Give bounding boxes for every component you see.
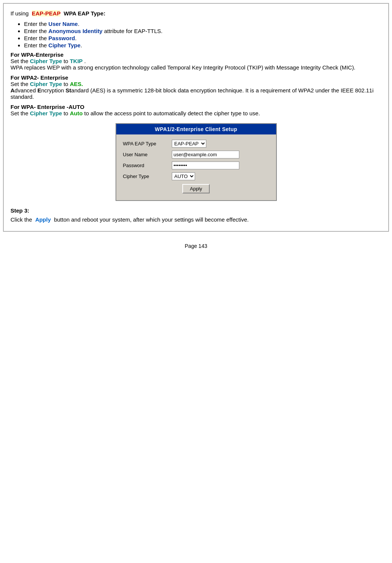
section-wpa2-enterprise: For WPA2- Enterprise Set the Cipher Type… (11, 74, 381, 100)
dialog-wrapper: WPA1/2-Enterprise Client Setup WPA EAP T… (11, 123, 381, 201)
dialog-inner: WPA EAP Type EAP-PEAP EAP-TTLS EAP-TLS (116, 134, 276, 200)
bullet-list: Enter the User Name. Enter the Anonymous… (24, 21, 381, 48)
dialog-row-password: Password (123, 162, 269, 169)
input-password[interactable] (172, 162, 269, 169)
select-wrap-cipher[interactable]: AUTO TKIP AES (172, 172, 195, 180)
bullet-prefix-2: Enter the (24, 35, 48, 41)
step3-title: Step 3: (11, 206, 381, 215)
intro-suffix: WPA EAP Type: (64, 10, 105, 17)
apply-keyword: Apply (35, 216, 51, 223)
bullet-keyword-2: Password (48, 35, 75, 41)
page-footer: Page 143 (0, 243, 392, 249)
intro-prefix: If using (11, 10, 29, 17)
username-field[interactable] (172, 151, 239, 158)
section-title-wpa: For WPA-Enterprise (11, 51, 381, 58)
page-content: If using EAP-PEAP WPA EAP Type: Enter th… (3, 3, 389, 232)
wpa-dialog: WPA1/2-Enterprise Client Setup WPA EAP T… (116, 123, 277, 201)
step3-body: Click the Apply button and reboot your s… (11, 215, 381, 224)
input-wpa-eap-type[interactable]: EAP-PEAP EAP-TTLS EAP-TLS (172, 140, 269, 148)
section-body-wpa: Set the Cipher Type to TKIP . (11, 58, 381, 64)
label-wpa-eap-type: WPA EAP Type (123, 141, 172, 146)
bullet-suffix-2: . (75, 35, 77, 41)
select-cipher-type[interactable]: AUTO TKIP AES (172, 172, 195, 180)
bullet-prefix-1: Enter the (24, 28, 48, 34)
select-eap-type[interactable]: EAP-PEAP EAP-TTLS EAP-TLS (172, 140, 206, 148)
bullet-suffix-0: . (78, 21, 79, 27)
bullet-suffix-3: . (81, 42, 82, 48)
section-title-wpa2: For WPA2- Enterprise (11, 74, 381, 81)
dialog-apply-row: Apply (123, 184, 269, 196)
section-body-wpa2: Set the Cipher Type to AES. (11, 81, 381, 87)
step3-prefix: Click the (11, 216, 32, 223)
section-desc-wpa: WPA replaces WEP with a strong encryptio… (11, 64, 381, 71)
list-item: Enter the Anonymous Identity attribute f… (24, 28, 381, 34)
cipher-type-label-3: Cipher Type (30, 110, 62, 116)
section-wpa-auto: For WPA- Enterprise -AUTO Set the Cipher… (11, 104, 381, 116)
dialog-title: WPA1/2-Enterprise Client Setup (155, 126, 237, 132)
section-wpa-enterprise: For WPA-Enterprise Set the Cipher Type t… (11, 51, 381, 71)
section-title-wpa-auto: For WPA- Enterprise -AUTO (11, 104, 381, 110)
dialog-row-eap-type: WPA EAP Type EAP-PEAP EAP-TTLS EAP-TLS (123, 140, 269, 148)
section-body-wpa-auto: Set the Cipher Type to Auto to allow the… (11, 110, 381, 116)
tkip-label: TKIP (70, 58, 83, 64)
list-item: Enter the Password. (24, 35, 381, 41)
bullet-prefix-3: Enter the (24, 42, 48, 48)
dialog-row-username: User Name (123, 151, 269, 158)
bullet-keyword-0: User Name (48, 21, 78, 27)
intro-paragraph: If using EAP-PEAP WPA EAP Type: (11, 9, 381, 18)
cipher-type-label-2: Cipher Type (30, 81, 62, 87)
step3-suffix: button and reboot your system, after whi… (54, 216, 249, 223)
bullet-keyword-1: Anonymous Identity (48, 28, 102, 34)
bullet-prefix-0: Enter the (24, 21, 48, 27)
eap-peap-highlight: EAP-PEAP (32, 10, 61, 17)
step3-section: Step 3: Click the Apply button and reboo… (11, 206, 381, 224)
label-password: Password (123, 163, 172, 168)
label-username: User Name (123, 152, 172, 157)
input-cipher-type[interactable]: AUTO TKIP AES (172, 172, 269, 180)
dialog-row-cipher: Cipher Type AUTO TKIP AES (123, 172, 269, 180)
select-wrap-eap[interactable]: EAP-PEAP EAP-TTLS EAP-TLS (172, 140, 206, 148)
section-desc-wpa2: Advanced Encryption Standard (AES) is a … (11, 87, 381, 100)
label-cipher-type: Cipher Type (123, 174, 172, 179)
dialog-title-bar: WPA1/2-Enterprise Client Setup (116, 124, 276, 134)
list-item: Enter the Cipher Type. (24, 42, 381, 48)
auto-label: Auto (70, 110, 83, 116)
page-number: Page 143 (185, 243, 207, 249)
apply-button[interactable]: Apply (182, 184, 210, 193)
list-item: Enter the User Name. (24, 21, 381, 27)
password-field[interactable] (172, 162, 239, 169)
input-username[interactable] (172, 151, 269, 158)
bullet-suffix-1: attribute for EAP-TTLS. (102, 28, 162, 34)
bullet-keyword-3: Cipher Type (48, 42, 81, 48)
cipher-type-label-1: Cipher Type (30, 58, 62, 64)
aes-label: AES. (70, 81, 83, 87)
